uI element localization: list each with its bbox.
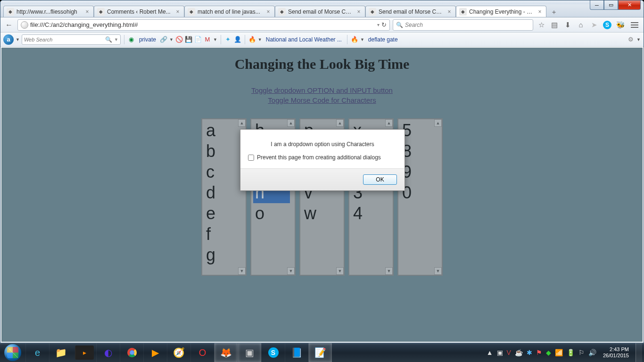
url-input[interactable] xyxy=(30,21,375,28)
link-label: National and Local Weather ... xyxy=(266,36,342,43)
tray-update-icon[interactable]: ⚑ xyxy=(536,349,542,356)
ok-button[interactable]: OK xyxy=(363,174,397,185)
show-desktop-button[interactable] xyxy=(636,343,642,362)
tab-close-icon[interactable]: × xyxy=(537,8,543,15)
dropdown-icon[interactable]: ▼ xyxy=(169,37,173,42)
star-icon[interactable]: ✦ xyxy=(224,36,232,43)
firefox-icon[interactable]: 🦊 xyxy=(214,343,238,362)
close-button[interactable]: ✕ xyxy=(618,0,641,10)
tab-close-icon[interactable]: × xyxy=(265,8,272,15)
search-icon: 🔍 xyxy=(396,22,403,28)
menu-button[interactable] xyxy=(628,20,641,30)
favicon-icon: ◆ xyxy=(188,8,195,16)
search-icon[interactable]: 🔍 xyxy=(105,36,112,43)
back-button[interactable]: ← xyxy=(3,19,15,31)
tab-2[interactable]: ◆match end of line javas...× xyxy=(184,6,275,17)
dropdown-icon[interactable]: ▼ xyxy=(360,37,364,42)
gear-icon[interactable]: ⚙ xyxy=(627,36,635,43)
dropdown-icon[interactable]: ▼ xyxy=(636,37,641,42)
dropdown-icon[interactable]: ▼ xyxy=(16,37,20,42)
tray-java-icon[interactable]: ☕ xyxy=(515,349,523,356)
window-titlebar xyxy=(0,0,644,4)
tab-close-icon[interactable]: × xyxy=(355,8,362,15)
svg-point-4 xyxy=(130,351,134,354)
search-bar[interactable]: 🔍 xyxy=(393,19,533,31)
separator xyxy=(347,35,347,44)
maximize-button[interactable]: ▭ xyxy=(604,0,618,10)
block-icon[interactable]: 🚫 xyxy=(175,36,183,43)
explorer-icon[interactable]: 📁 xyxy=(49,343,73,362)
tab-1[interactable]: ◆Comments ‹ Robert Me...× xyxy=(94,6,184,17)
tab-3[interactable]: ◆Send email of Morse Co...× xyxy=(275,6,365,17)
tray-bluetooth-icon[interactable]: ✱ xyxy=(527,349,532,356)
downloads-icon[interactable]: ⬇ xyxy=(562,20,573,30)
tab-close-icon[interactable]: × xyxy=(174,8,181,15)
link-icon[interactable]: 🔗 xyxy=(160,36,167,43)
terminal-icon[interactable]: ▣ xyxy=(238,343,261,362)
tray-network-icon[interactable]: 📶 xyxy=(555,349,563,356)
chrome-icon[interactable] xyxy=(120,343,143,362)
minimize-button[interactable]: ─ xyxy=(590,0,604,10)
bookmark-star-icon[interactable]: ☆ xyxy=(536,20,546,30)
taskbar: e 📁 ▸ ◐ ▶ 🧭 O 🦊 ▣ S 📘 📝 ▲ ▣ V ☕ ✱ ⚑ ◆ 📶 … xyxy=(0,343,644,362)
clock[interactable]: 2:43 PM 26/01/2015 xyxy=(600,346,632,359)
flame-icon[interactable]: 🔥 xyxy=(248,36,256,43)
eclipse-icon[interactable]: ◐ xyxy=(96,343,120,362)
start-button[interactable] xyxy=(0,343,25,362)
send-icon[interactable]: ➤ xyxy=(589,20,599,30)
tab-close-icon[interactable]: × xyxy=(446,8,453,15)
opera-icon[interactable]: O xyxy=(190,343,214,362)
tab-title: Comments ‹ Robert Me... xyxy=(107,8,172,15)
bookmarks-list-icon[interactable]: ▤ xyxy=(549,20,560,30)
private-link[interactable]: private xyxy=(137,34,158,45)
ie-icon[interactable]: e xyxy=(25,343,49,362)
tray-volume-icon[interactable]: 🔊 xyxy=(588,349,596,356)
web-search-box[interactable]: 🔍 ▼ xyxy=(22,34,121,45)
tray-action-icon[interactable]: ⚐ xyxy=(578,349,585,356)
tab-close-icon[interactable]: × xyxy=(84,8,91,15)
tray-security-icon[interactable]: ◆ xyxy=(546,349,551,356)
mail-icon[interactable]: M xyxy=(204,36,211,43)
tray-app-icon[interactable]: ▣ xyxy=(497,349,503,356)
ask-icon[interactable]: a xyxy=(3,34,14,45)
tray-chevron-icon[interactable]: ▲ xyxy=(487,349,493,356)
link-label: private xyxy=(139,36,156,43)
dropdown-icon[interactable]: ▼ xyxy=(213,37,217,42)
contact-icon[interactable]: 👤 xyxy=(234,36,241,43)
link-label: deflate gate xyxy=(368,36,398,43)
web-search-input[interactable] xyxy=(24,37,103,42)
dialog-checkbox-row: Prevent this page from creating addition… xyxy=(240,151,405,169)
page-icon[interactable]: 📄 xyxy=(194,36,202,43)
reload-icon[interactable]: ↻ xyxy=(381,21,387,28)
dropdown-icon[interactable]: ▼ xyxy=(258,37,262,42)
safari-icon[interactable]: 🧭 xyxy=(167,343,190,362)
tab-5[interactable]: ◆Changing Everything - RJM ...× xyxy=(456,6,546,17)
skype-icon[interactable]: S xyxy=(602,20,612,30)
new-tab-button[interactable]: ＋ xyxy=(548,8,560,17)
tab-title: Changing Everything - RJM ... xyxy=(469,8,534,15)
addon-icon[interactable]: 🐝 xyxy=(615,20,626,30)
wordpad-icon[interactable]: 📝 xyxy=(308,343,332,362)
prevent-dialogs-checkbox[interactable] xyxy=(248,155,254,161)
shield-icon[interactable]: ◉ xyxy=(128,36,135,43)
sublime-icon[interactable]: ▸ xyxy=(75,346,94,360)
weather-link[interactable]: National and Local Weather ... xyxy=(264,34,344,45)
tab-4[interactable]: ◆Send email of Morse Co...× xyxy=(365,6,456,17)
dropdown-icon[interactable]: ▾ xyxy=(377,22,380,27)
deflate-link[interactable]: deflate gate xyxy=(366,34,400,45)
media-player-icon[interactable]: ▶ xyxy=(143,343,167,362)
search-input[interactable] xyxy=(405,22,530,28)
skype-task-icon[interactable]: S xyxy=(261,343,285,362)
dropdown-icon[interactable]: ▼ xyxy=(114,37,118,42)
tray-av-icon[interactable]: V xyxy=(507,349,511,356)
globe-icon xyxy=(21,21,28,29)
flame-icon[interactable]: 🔥 xyxy=(351,36,358,43)
home-icon[interactable]: ⌂ xyxy=(576,20,586,30)
tray-battery-icon[interactable]: 🔋 xyxy=(567,349,575,356)
navigation-toolbar: ← ▾ ↻ 🔍 ☆ ▤ ⬇ ⌂ ➤ S 🐝 xyxy=(0,17,644,33)
save-icon[interactable]: 💾 xyxy=(185,36,192,43)
notepad-icon[interactable]: 📘 xyxy=(285,343,308,362)
tab-0[interactable]: ◆http://www.r...fliessohigh× xyxy=(3,6,94,17)
favicon-icon: ◆ xyxy=(97,8,105,16)
url-bar[interactable]: ▾ ↻ xyxy=(17,19,390,31)
